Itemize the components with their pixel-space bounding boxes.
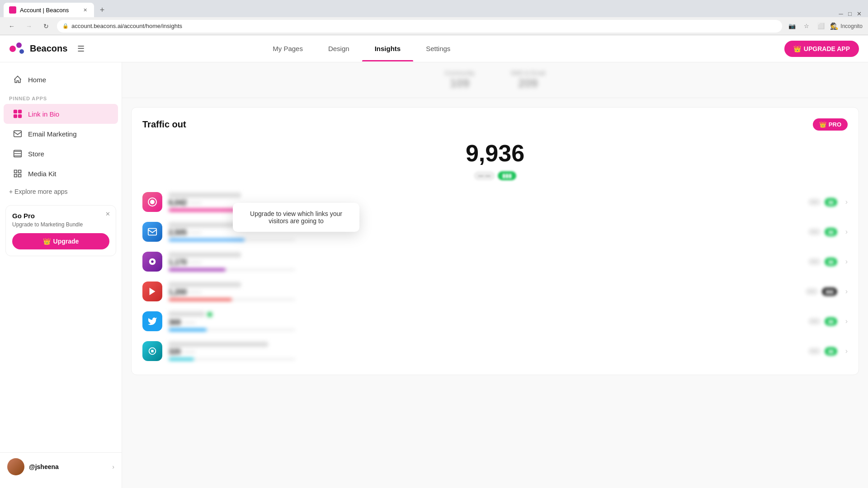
- store-label: Store: [28, 150, 44, 158]
- item-bar-4: [169, 298, 232, 301]
- app-container: Beacons ☰ My Pages Design Insights Setti…: [0, 35, 868, 488]
- logo-area: Beacons ☰: [9, 41, 99, 57]
- sms-email-value: 209: [511, 76, 546, 90]
- close-window-btn[interactable]: ✕: [855, 10, 863, 17]
- traffic-items-list: 6,042 ~~~~ Upgrade to view which links y…: [142, 189, 848, 364]
- item-chevron-5[interactable]: ›: [845, 317, 848, 325]
- nav-settings[interactable]: Settings: [413, 36, 463, 61]
- upgrade-tooltip: Upgrade to view which links your visitor…: [233, 203, 359, 232]
- nav-my-pages[interactable]: My Pages: [260, 36, 316, 61]
- camera-off-icon[interactable]: 📷: [787, 21, 797, 32]
- go-pro-close-btn[interactable]: ✕: [103, 209, 112, 218]
- sidebar-item-home[interactable]: Home: [4, 70, 118, 89]
- user-profile[interactable]: @jsheena ›: [0, 452, 122, 481]
- svg-point-1: [16, 42, 22, 48]
- item-icon-3: [142, 252, 162, 272]
- item-name-3: [169, 252, 241, 258]
- item-name-5: [169, 311, 205, 317]
- svg-rect-4: [18, 110, 22, 113]
- nav-design[interactable]: Design: [316, 36, 362, 61]
- sidebar-item-store[interactable]: Store: [4, 144, 118, 164]
- item-badge-green-2: ▮▮: [825, 228, 837, 236]
- item-icon-1: [142, 192, 162, 212]
- pro-crown-icon: 👑: [819, 121, 826, 128]
- back-btn[interactable]: ←: [5, 20, 18, 33]
- explore-more-link[interactable]: + Explore more apps: [0, 183, 122, 200]
- svg-point-2: [19, 49, 24, 54]
- username: @jsheena: [29, 463, 59, 470]
- minimize-btn[interactable]: ─: [837, 10, 844, 17]
- nav-insights[interactable]: Insights: [362, 36, 414, 61]
- traffic-item-4[interactable]: 1,200 ~~~~ ~~ ▮▮▮ ›: [142, 279, 848, 304]
- ssl-icon: 🔒: [62, 23, 69, 29]
- go-pro-title: Go Pro: [12, 212, 109, 220]
- item-badge-dark-4: ▮▮▮: [822, 287, 837, 296]
- total-badge-2: ▮▮▮: [498, 171, 516, 180]
- item-name-6: [169, 342, 268, 347]
- item-chevron-2[interactable]: ›: [845, 228, 848, 236]
- upgrade-app-btn[interactable]: 👑 UPGRADE APP: [784, 41, 859, 57]
- traffic-item-3[interactable]: 1,170 ~~~~ ~~ ▮▮ ›: [142, 249, 848, 274]
- item-chevron-6[interactable]: ›: [845, 347, 848, 355]
- item-right-1: ~~ ▮▮: [808, 198, 837, 206]
- active-tab[interactable]: Account | Beacons ✕: [4, 3, 94, 17]
- item-badge-green-5: ▮▮: [825, 317, 837, 326]
- item-chevron-3[interactable]: ›: [845, 258, 848, 266]
- svg-point-0: [9, 46, 16, 52]
- item-bar-container-4: [169, 298, 295, 301]
- browser-layout-icon[interactable]: ⬜: [816, 21, 826, 32]
- blurred-stat-sms-email: SMS & Email 209: [511, 70, 546, 90]
- svg-rect-20: [151, 350, 154, 352]
- item-bar-container-2: [169, 239, 295, 241]
- url-bar[interactable]: 🔒 account.beacons.ai/account/home/insigh…: [57, 20, 782, 33]
- community-label: Community: [445, 70, 475, 76]
- logo-text: Beacons: [30, 43, 67, 54]
- tab-title: Account | Beacons: [20, 7, 69, 14]
- item-chevron-1[interactable]: ›: [845, 198, 848, 206]
- item-bar-3: [169, 268, 226, 271]
- refresh-btn[interactable]: ↻: [40, 20, 52, 33]
- sidebar-item-link-in-bio[interactable]: Link in Bio: [4, 104, 118, 124]
- svg-rect-5: [14, 114, 17, 118]
- sidebar-upgrade-btn[interactable]: 👑 Upgrade: [12, 233, 109, 249]
- item-badge-gray-4: ~~: [805, 287, 818, 296]
- traffic-item-1[interactable]: 6,042 ~~~~ Upgrade to view which links y…: [142, 189, 848, 215]
- svg-rect-10: [19, 170, 21, 173]
- item-number-4: 1,200 ~~~~: [169, 288, 799, 296]
- browser-window: Account | Beacons ✕ + ─ □ ✕ ← → ↻ 🔒 acco…: [0, 0, 868, 488]
- sidebar-home-label: Home: [28, 76, 46, 84]
- upgrade-crown-icon: 👑: [43, 238, 51, 245]
- sidebar-item-media-kit[interactable]: Media Kit: [4, 164, 118, 183]
- new-tab-btn[interactable]: +: [96, 4, 108, 16]
- item-number-3: 1,170 ~~~~: [169, 258, 802, 267]
- traffic-item-5[interactable]: 369 ~~~~ ~~ ▮▮ ›: [142, 309, 848, 334]
- item-content-4: 1,200 ~~~~: [169, 282, 799, 301]
- hamburger-menu[interactable]: ☰: [77, 44, 85, 54]
- tab-close-btn[interactable]: ✕: [81, 6, 89, 14]
- item-bar-2: [169, 239, 245, 241]
- svg-point-13: [150, 200, 155, 204]
- address-bar-actions: 📷 ☆ ⬜ 🕵 Incognito: [787, 21, 863, 32]
- beacons-logo-icon: [9, 41, 25, 57]
- svg-rect-3: [14, 110, 17, 113]
- svg-rect-12: [19, 174, 21, 177]
- maximize-btn[interactable]: □: [846, 10, 854, 17]
- forward-btn[interactable]: →: [23, 20, 35, 33]
- user-avatar: [7, 458, 24, 475]
- top-nav-links: My Pages Design Insights Settings: [260, 36, 463, 61]
- traffic-out-header: Traffic out 👑 PRO: [142, 118, 848, 131]
- item-number-5: 369 ~~~~: [169, 319, 802, 327]
- pro-badge: 👑 PRO: [813, 118, 848, 131]
- blurred-stats-section: Community 109 SMS & Email 209: [122, 62, 868, 98]
- item-badge-gray-3: ~~: [808, 258, 821, 266]
- item-icon-2: [142, 222, 162, 242]
- item-chevron-4[interactable]: ›: [845, 287, 848, 296]
- item-right-2: ~~ ▮▮: [808, 228, 837, 236]
- home-icon: [13, 75, 23, 84]
- bookmark-icon[interactable]: ☆: [801, 21, 812, 32]
- item-content-6: 320 ~~~~: [169, 342, 802, 361]
- traffic-item-6[interactable]: 320 ~~~~ ~~ ▮▮ ›: [142, 338, 848, 364]
- sidebar-item-email-marketing[interactable]: Email Marketing: [4, 124, 118, 144]
- item-icon-6: [142, 341, 162, 361]
- item-name-2: [169, 222, 241, 228]
